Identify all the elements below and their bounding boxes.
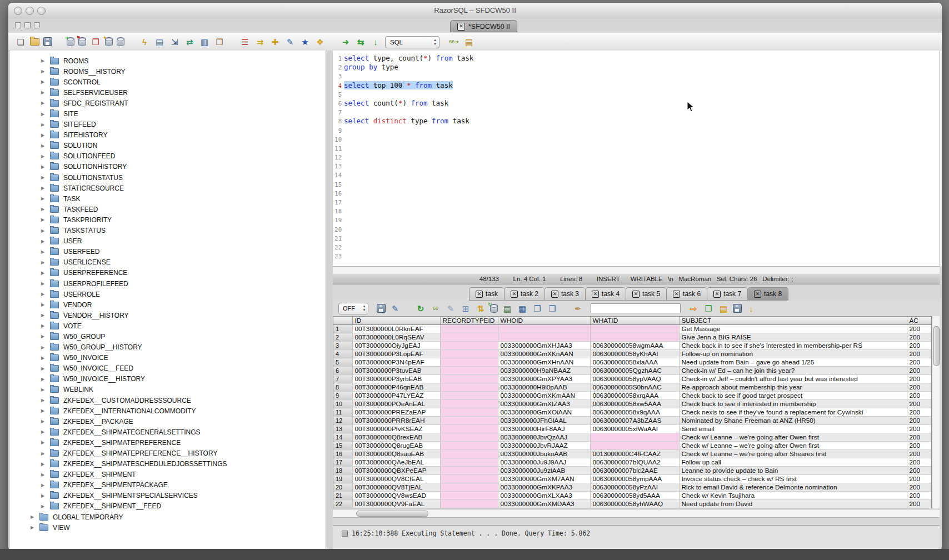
editor-line-2[interactable]: 2group by type (333, 63, 940, 72)
execute-sql-icon[interactable]: ϟ (139, 36, 150, 47)
cell-ac[interactable]: 200 (907, 467, 932, 475)
disclosure-triangle-icon[interactable]: ▶ (41, 69, 50, 74)
edit-table-data-icon[interactable]: ▤ (154, 36, 165, 47)
window-icon-2[interactable] (24, 22, 31, 28)
tree-item-zkfedex__shipmatescheduledjobssettings[interactable]: ▶ZKFEDEX__SHIPMATESCHEDULEDJOBSSETTINGS (10, 459, 326, 469)
form-view-icon[interactable]: ▤ (502, 303, 513, 314)
cell-whatid[interactable]: 00630000005xfWaAAI (590, 425, 679, 433)
disclosure-triangle-icon[interactable]: ▶ (41, 408, 50, 413)
editor-line-5[interactable]: 5 (333, 90, 940, 99)
cell-id[interactable]: 00T3000000QV8TjEAL (352, 483, 440, 492)
cell-recordtypeid[interactable] (440, 375, 498, 383)
cell-id[interactable]: 00T3000000P3yrbEAB (352, 375, 440, 383)
cell-subject[interactable]: Invoice status check – check w/ RS first (679, 475, 907, 483)
tree-item-site[interactable]: ▶SITE (10, 108, 326, 119)
tree-item-zkfedex__shipment__feed[interactable]: ▶ZKFEDEX__SHIPMENT__FEED (10, 501, 326, 512)
editor-line-17[interactable]: 17 (333, 198, 940, 207)
new-connection-icon[interactable]: ✦ (105, 37, 113, 46)
results-grid[interactable]: IDRECORDTYPEIDWHOIDWHATIDSUBJECTAC100T30… (333, 316, 932, 508)
search-pin-icon[interactable]: ✒ (572, 303, 583, 314)
cell-recordtypeid[interactable] (440, 325, 498, 333)
disclosure-triangle-icon[interactable]: ▶ (41, 462, 50, 467)
cell-subject[interactable]: Rick to email David & reference Delmonte… (679, 483, 907, 492)
tab-close-icon[interactable]: ✕ (511, 291, 518, 298)
tree-item-solutionhistory[interactable]: ▶SOLUTIONHISTORY (10, 162, 326, 172)
cell-whatid[interactable]: 006300000058ypVAAQ (590, 375, 679, 383)
auto-commit-select[interactable]: OFF ▲▼ (338, 303, 368, 314)
cell-id[interactable]: 00T3000000QV9FaEAL (352, 500, 440, 508)
column-header-recordtypeid[interactable]: RECORDTYPEID (440, 317, 498, 325)
table-row[interactable]: 1000T3000000POeAnEAL0033000000GmXIZAA300… (333, 400, 932, 408)
tree-item-rooms[interactable]: ▶ROOMS (10, 56, 326, 66)
tab-close-icon[interactable]: ✕ (754, 291, 761, 298)
cell-whatid[interactable]: 00630000007blc2AAE (590, 467, 679, 475)
cell-whoid[interactable]: 0033000000GmXPYAA3 (498, 375, 590, 383)
editor-tab[interactable]: ✕ *SFDCW50 II (450, 20, 517, 32)
editor-line-16[interactable]: 16 (333, 189, 940, 198)
disclosure-triangle-icon[interactable]: ▶ (41, 154, 50, 159)
cell-id[interactable]: 00T3000000P47LYEAZ (352, 392, 440, 400)
table-row[interactable]: 100T3000000L0RknEAFGet Massage200 (333, 325, 932, 333)
tree-item-vote[interactable]: ▶VOTE (10, 321, 326, 331)
editor-line-19[interactable]: 19 (333, 216, 940, 224)
disclosure-triangle-icon[interactable]: ▶ (41, 228, 50, 233)
tab-close-icon[interactable]: ✕ (476, 291, 483, 298)
cell-ac[interactable]: 200 (907, 358, 932, 367)
cell-whoid[interactable]: 0033000000GmXMDAA3 (498, 500, 590, 508)
table-row[interactable]: 800T3000000P46qnEAB0033000000H9i0pAAB006… (333, 383, 932, 392)
result-tab-task-4[interactable]: ✕task 4 (585, 287, 626, 301)
cell-id[interactable]: 00T3000000OiyJgEAJ (352, 342, 440, 350)
disclosure-triangle-icon[interactable]: ▶ (31, 514, 39, 519)
tree-item-w50_group[interactable]: ▶W50_GROUP (10, 331, 326, 342)
edit-statement-icon[interactable]: ✎ (284, 36, 296, 47)
tree-item-w50_invoice[interactable]: ▶W50_INVOICE (10, 353, 326, 363)
tree-item-zkfedex__shipmategeneralsettings[interactable]: ▶ZKFEDEX__SHIPMATEGENERALSETTINGS (10, 427, 326, 437)
cell-recordtypeid[interactable] (440, 458, 498, 467)
copy-table-icon[interactable]: ❐ (90, 36, 101, 47)
cell-ac[interactable]: 200 (907, 408, 932, 417)
cell-subject[interactable]: Check-in w/ Ed – can he join this year? (679, 367, 907, 375)
fetch-next-icon[interactable]: ↓ (370, 36, 381, 47)
cell-ac[interactable]: 200 (907, 333, 932, 342)
tree-item-zkfedex__package[interactable]: ▶ZKFEDEX__PACKAGE (10, 416, 326, 427)
disclosure-triangle-icon[interactable]: ▶ (41, 133, 50, 138)
editor-line-20[interactable]: 20 (333, 225, 940, 234)
report-icon[interactable]: ▤ (718, 303, 729, 314)
window-icon-1[interactable] (15, 22, 21, 28)
cell-whatid[interactable] (590, 433, 679, 442)
table-row[interactable]: 2100T3000000QV8wsEAD0033000000GmXLXAA300… (333, 492, 932, 500)
table-row[interactable]: 1200T3000000PRR8rEAH0033000000JFhGlAAL00… (333, 417, 932, 425)
cell-ac[interactable]: 200 (907, 392, 932, 400)
table-row[interactable]: 2000T3000000QV8TjEAL0033000000GmXKPAA300… (333, 483, 932, 492)
cell-whoid[interactable]: 0033000000Ju9zlAAB (498, 467, 590, 475)
tree-item-solution[interactable]: ▶SOLUTION (10, 141, 326, 151)
cell-whatid[interactable]: 00630000005S0bnAAC (590, 383, 679, 392)
tree-item-global temporary[interactable]: ▶GLOBAL TEMPORARY (10, 512, 326, 522)
cell-ac[interactable]: 200 (907, 458, 932, 467)
cell-subject[interactable]: Get Massage (679, 325, 907, 333)
cell-ac[interactable]: 200 (907, 325, 932, 333)
export-data-icon[interactable]: ⇲ (169, 36, 180, 47)
cell-subject[interactable]: Check w/ Leanne – we're going after Shea… (679, 450, 907, 458)
cell-subject[interactable]: Give Jenn a BIG RAISE (679, 333, 907, 342)
cell-ac[interactable]: 200 (907, 433, 932, 442)
disclosure-triangle-icon[interactable]: ▶ (41, 90, 50, 95)
disclosure-triangle-icon[interactable]: ▶ (41, 366, 50, 371)
tree-item-task[interactable]: ▶TASK (10, 193, 326, 204)
editor-line-22[interactable]: 22 (333, 243, 940, 252)
cell-subject[interactable]: Check back to see if interested in membe… (679, 400, 907, 408)
table-row[interactable]: 200T3000000L0RqSEAVGive Jenn a BIG RAISE… (333, 333, 932, 342)
grid-vscrollbar[interactable] (932, 316, 940, 508)
cell-subject[interactable]: Re-approach about membership this year (679, 383, 907, 392)
sort-rows-icon[interactable]: ⇅ (475, 303, 486, 314)
tree-item-zkfedex__internationalcommodity[interactable]: ▶ZKFEDEX__INTERNATIONALCOMMODITY (10, 406, 326, 416)
disclosure-triangle-icon[interactable]: ▶ (41, 260, 50, 265)
tree-item-zkfedex__customaddresssource[interactable]: ▶ZKFEDEX__CUSTOMADDRESSSOURCE (10, 395, 326, 406)
cell-id[interactable]: 00T3000000QAeJbEAL (352, 458, 440, 467)
disclosure-triangle-icon[interactable]: ▶ (41, 239, 50, 244)
go-forward-icon[interactable]: ➜ (340, 36, 351, 47)
table-row[interactable]: 2200T3000000QV9FaEAL0033000000GmXMDAA300… (333, 500, 932, 508)
column-header-whoid[interactable]: WHOID (498, 317, 590, 325)
column-header-ac[interactable]: AC (907, 317, 932, 325)
title-bar[interactable]: RazorSQL – SFDCW50 II (8, 3, 942, 19)
